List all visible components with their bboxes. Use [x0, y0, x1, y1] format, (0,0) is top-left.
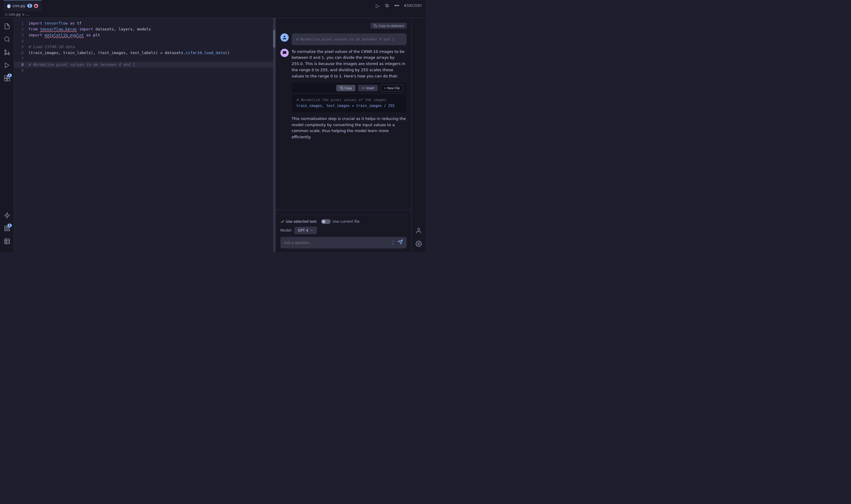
chevron-down-icon	[310, 229, 313, 232]
code-line-8: 8 # Normalize pixel values to be between…	[14, 62, 273, 68]
activity-bar: 1 1	[0, 18, 14, 252]
copy-to-clipboard-label: Copy to clipboard	[378, 24, 404, 28]
code-line-5: 5 # Load CIFAR-10 data	[14, 44, 273, 50]
svg-point-3	[4, 50, 6, 52]
ai-panel-content: Copy to clipboard # Normalize pixel valu…	[276, 18, 411, 210]
editor-scrollbar[interactable]	[273, 18, 275, 252]
toggle-thumb	[322, 220, 325, 223]
svg-rect-22	[341, 88, 343, 90]
title-bar-right: ▷ ⧉ ••• ASKCODI	[375, 2, 422, 10]
ask-more-button[interactable]: ⋮	[391, 240, 395, 246]
svg-marker-6	[5, 63, 9, 68]
split-editor-button[interactable]: ⧉	[384, 2, 390, 10]
ai-avatar	[280, 49, 289, 57]
model-selector: Model: GPT 4	[280, 227, 406, 234]
svg-rect-20	[375, 25, 377, 28]
code-editor[interactable]: 1 import tensorflow as tf 2 from tensorf…	[14, 18, 273, 252]
insert-button[interactable]: Insert	[358, 85, 378, 91]
ai-footer: Use selected text Use current file Model…	[276, 210, 411, 252]
svg-line-1	[8, 40, 10, 42]
svg-rect-7	[4, 76, 6, 78]
sidebar-item-grid[interactable]: 1	[1, 222, 13, 234]
use-selected-text-label: Use selected text	[286, 219, 316, 223]
svg-marker-11	[4, 213, 10, 218]
code-comment-line: # Normalize the pixel values of the imag…	[296, 97, 402, 103]
file-breadcrumb-icon: ⬡	[5, 13, 8, 17]
code-line-1: 1 import tensorflow as tf	[14, 20, 273, 26]
ask-submit-button[interactable]	[398, 239, 403, 246]
sidebar-item-search[interactable]	[1, 33, 13, 45]
svg-rect-12	[4, 226, 6, 228]
ai-avatar-icon	[282, 51, 287, 55]
sidebar-item-table[interactable]	[1, 235, 13, 247]
svg-point-27	[418, 243, 420, 245]
file-icon: ●	[7, 4, 11, 8]
user-message-text: # Normalize pixel values to be between 0…	[296, 37, 394, 41]
code-comment: # Normalize the pixel values of the imag…	[296, 98, 386, 102]
run-button[interactable]: ▷	[375, 2, 381, 10]
ai-panel: Copy to clipboard # Normalize pixel valu…	[275, 18, 411, 252]
copy-label: Copy	[345, 86, 352, 90]
tab-close-button[interactable]: ●	[34, 4, 38, 8]
code-line-6: 6 (train_images, train_labels), (test_im…	[14, 50, 273, 56]
svg-rect-14	[4, 229, 6, 231]
scrollbar-thumb[interactable]	[273, 30, 275, 48]
more-options-button[interactable]: •••	[393, 2, 401, 10]
svg-rect-10	[7, 78, 10, 81]
right-bar-user[interactable]	[413, 225, 424, 237]
user-message-row: # Normalize pixel values to be between 0…	[280, 33, 406, 45]
copy-to-clipboard-button[interactable]: Copy to clipboard	[370, 23, 406, 29]
footer-separator	[280, 215, 406, 215]
breadcrumb-separator: >	[22, 13, 25, 17]
editor-tab[interactable]: ● cnn.py 3 ●	[3, 0, 42, 11]
send-icon	[398, 239, 403, 245]
sidebar-item-extensions[interactable]: 1	[1, 72, 13, 84]
grid-badge: 1	[7, 223, 12, 227]
svg-rect-16	[4, 239, 10, 244]
new-file-label: New File	[387, 86, 400, 90]
code-block-toolbar: Copy Insert + New File	[292, 83, 406, 94]
sidebar-item-source-control[interactable]	[1, 47, 13, 58]
insert-label: Insert	[366, 86, 374, 90]
extensions-badge: 1	[7, 74, 12, 77]
sidebar-item-lightning[interactable]	[1, 210, 13, 221]
user-icon	[415, 228, 422, 234]
tab-filename: cnn.py	[13, 3, 25, 8]
model-dropdown[interactable]: GPT 4	[295, 227, 317, 234]
right-bar	[411, 18, 426, 252]
svg-point-0	[4, 37, 9, 41]
code-line-7: 7	[14, 56, 273, 62]
svg-point-2	[8, 53, 10, 55]
breadcrumb: ⬡ cnn.py > ...	[0, 11, 426, 18]
copy-icon	[340, 86, 343, 90]
use-selected-text-option[interactable]: Use selected text	[280, 219, 316, 223]
sidebar-item-files[interactable]	[1, 20, 13, 32]
user-avatar	[280, 33, 289, 42]
code-line-4: 4	[14, 38, 273, 44]
ai-code-block: Copy Insert + New File	[292, 83, 406, 112]
ask-input[interactable]	[284, 240, 388, 245]
copy-button[interactable]: Copy	[336, 85, 356, 91]
code-line-3: 3 import matplotlib.pyplot as plt	[14, 32, 273, 38]
title-bar: ● cnn.py 3 ● ▷ ⧉ ••• ASKCODI	[0, 0, 426, 11]
settings-icon	[415, 240, 422, 247]
new-file-button[interactable]: + New File	[380, 85, 404, 92]
user-message-bubble: # Normalize pixel values to be between 0…	[292, 33, 406, 45]
ai-message-row: To normalize the pixel values of the CIF…	[280, 49, 406, 141]
check-icon	[280, 219, 285, 223]
current-file-toggle[interactable]	[321, 219, 331, 224]
model-label: Model:	[280, 228, 292, 233]
ai-message-content: To normalize the pixel values of the CIF…	[292, 49, 406, 141]
use-current-file-label: Use current file	[332, 219, 360, 223]
breadcrumb-filename[interactable]: cnn.py	[9, 13, 21, 17]
use-current-file-option[interactable]: Use current file	[321, 219, 360, 224]
insert-icon	[361, 86, 365, 90]
sidebar-item-run[interactable]	[1, 59, 13, 71]
user-avatar-icon	[282, 35, 287, 40]
svg-rect-15	[7, 229, 9, 231]
right-bar-settings[interactable]	[413, 238, 424, 250]
model-value: GPT 4	[298, 228, 308, 233]
svg-point-26	[418, 228, 420, 230]
breadcrumb-ellipsis: ...	[26, 13, 29, 17]
code-line-2: 2 from tensorflow.keras import datasets,…	[14, 26, 273, 32]
